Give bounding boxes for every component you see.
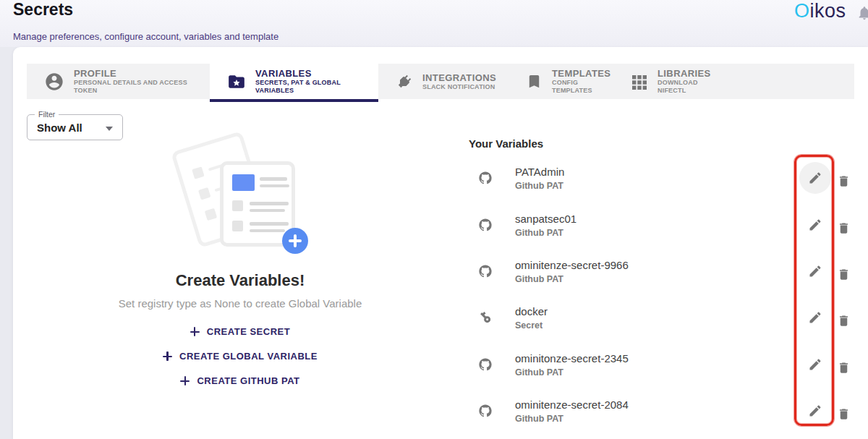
edit-button[interactable] xyxy=(799,162,831,194)
edit-button[interactable] xyxy=(799,255,831,287)
variables-list: PATAdmin Github PAT sanpatsec01 Github P… xyxy=(13,47,868,439)
variable-type: Github PAT xyxy=(515,227,563,239)
variable-type: Github PAT xyxy=(515,367,563,379)
delete-button[interactable] xyxy=(833,310,854,331)
github-icon xyxy=(479,358,492,371)
edit-button[interactable] xyxy=(799,395,831,427)
variable-type: Secret xyxy=(515,320,542,332)
github-icon xyxy=(479,265,492,278)
github-icon xyxy=(479,218,492,231)
variable-row: ominitenze-secret-2084 Github PAT xyxy=(470,398,868,432)
brand-logo-prefix: O xyxy=(794,0,810,22)
variable-name: docker xyxy=(515,304,548,319)
delete-button[interactable] xyxy=(833,217,854,239)
variable-name: ominitenze-secret-2084 xyxy=(515,398,629,412)
delete-button[interactable] xyxy=(833,403,854,425)
settings-card: PROFILE PERSONAL DETAILS AND ACCESS TOKE… xyxy=(13,47,868,439)
variable-name: sanpatsec01 xyxy=(515,212,576,226)
delete-button[interactable] xyxy=(833,170,854,192)
variable-row: sanpatsec01 Github PAT xyxy=(470,212,868,247)
variable-row: PATAdmin Github PAT xyxy=(470,165,868,200)
variable-row: ominitenze-secret-9966 Github PAT xyxy=(470,258,868,293)
github-icon xyxy=(479,404,492,417)
notifications-bell-icon[interactable] xyxy=(856,5,868,22)
variable-type: Github PAT xyxy=(515,180,563,192)
delete-button[interactable] xyxy=(833,263,854,285)
key-icon xyxy=(479,311,492,324)
page-subtitle: Manage preferences, configure account, v… xyxy=(13,31,278,42)
page-title: Secrets xyxy=(13,0,73,20)
topbar: Secrets Manage preferences, configure ac… xyxy=(0,0,868,47)
variable-name: PATAdmin xyxy=(515,165,564,179)
github-icon xyxy=(479,171,492,184)
edit-button[interactable] xyxy=(799,209,831,241)
variable-name: ominitenze-secret-9966 xyxy=(515,258,629,273)
variable-row: ominitonze-secret-2345 Github PAT xyxy=(470,351,868,386)
variable-type: Github PAT xyxy=(515,413,563,425)
edit-button[interactable] xyxy=(799,302,831,333)
brand-logo[interactable]: Oikos xyxy=(794,0,846,22)
secrets-page: Secrets Manage preferences, configure ac… xyxy=(0,0,868,439)
variable-name: ominitonze-secret-2345 xyxy=(515,351,629,366)
variable-row: docker Secret xyxy=(470,304,868,339)
edit-button[interactable] xyxy=(799,349,831,380)
delete-button[interactable] xyxy=(833,357,854,378)
brand-logo-rest: ikos xyxy=(810,0,846,22)
variable-type: Github PAT xyxy=(515,273,563,286)
